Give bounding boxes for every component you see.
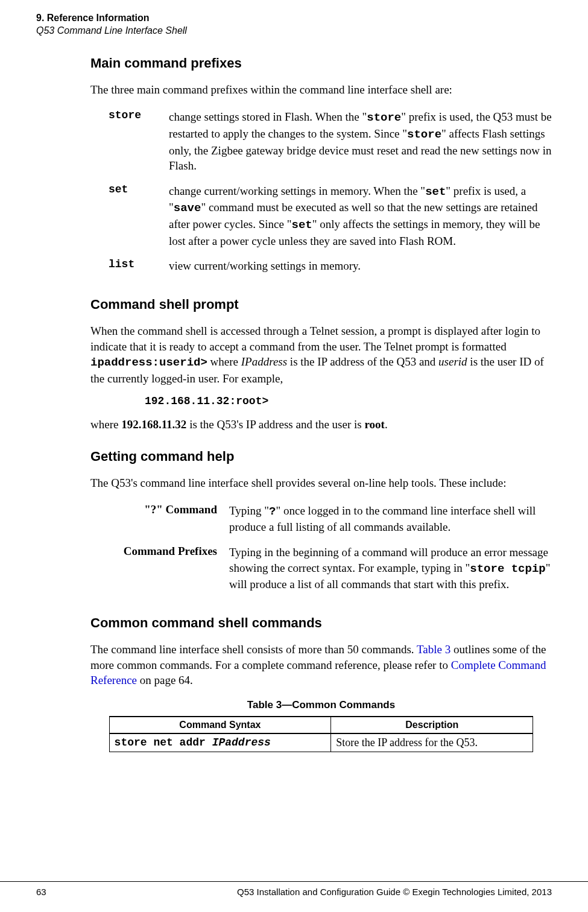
definition-list-prefixes: store change settings stored in Flash. W… <box>90 106 552 280</box>
heading-main-prefixes: Main command prefixes <box>90 55 552 71</box>
paragraph: When the command shell is accessed throu… <box>90 323 552 387</box>
def-row-list: list view current/working settings in me… <box>90 255 552 280</box>
def-term: set <box>90 180 169 255</box>
running-header: 9. Reference Information Q53 Command Lin… <box>36 12 552 37</box>
table-header-row: Command Syntax Description <box>109 717 533 733</box>
chapter-title: 9. Reference Information <box>36 12 552 25</box>
text: is the IP address of the Q53 and <box>287 355 438 368</box>
def-desc: change settings stored in Flash. When th… <box>169 106 552 180</box>
table-cell-syntax: store net addr IPaddress <box>109 733 331 752</box>
text: Typing " <box>229 504 269 517</box>
help-term: Command Prefixes <box>90 541 223 598</box>
text: where <box>90 418 121 431</box>
help-desc: Typing "?" once logged in to the command… <box>223 499 552 541</box>
paragraph: The command line interface shell consist… <box>90 642 552 688</box>
def-term: list <box>90 255 169 280</box>
paragraph: where 192.168.11.32 is the Q53's IP addr… <box>90 417 552 432</box>
code-inline: store <box>367 111 401 124</box>
bold-text: root <box>364 418 384 431</box>
table-header-syntax: Command Syntax <box>109 717 331 733</box>
def-desc: view current/working settings in memory. <box>169 255 552 280</box>
text: When the command shell is accessed throu… <box>90 325 540 353</box>
page: 9. Reference Information Q53 Command Lin… <box>0 0 588 912</box>
footer-text: Q53 Installation and Configuration Guide… <box>237 887 552 897</box>
text: is the Q53's IP address and the user is <box>186 418 364 431</box>
text: change settings stored in Flash. When th… <box>169 110 367 123</box>
code-inline: ? <box>269 505 276 518</box>
chapter-subtitle: Q53 Command Line Interface Shell <box>36 25 552 37</box>
def-row-set: set change current/working settings in m… <box>90 180 552 255</box>
code-inline: store tcpip <box>470 562 545 575</box>
def-term: store <box>90 106 169 180</box>
page-footer: 63 Q53 Installation and Configuration Gu… <box>0 881 588 897</box>
table-header-desc: Description <box>331 717 533 733</box>
cmd-text: store net addr <box>115 736 212 749</box>
prompt-example: 192.168.11.32:root> <box>145 395 552 407</box>
heading-common-commands: Common command shell commands <box>90 615 552 631</box>
code-inline: store <box>407 128 441 141</box>
italic-text: IPaddress <box>241 355 287 368</box>
code-inline: ipaddress:userid> <box>90 356 207 369</box>
italic-text: userid <box>438 355 467 368</box>
text: The command line interface shell consist… <box>90 643 417 656</box>
code-inline: save <box>174 201 201 215</box>
text: change current/working settings in memor… <box>169 185 425 197</box>
bold-text: 192.168.11.32 <box>121 418 186 431</box>
text: . <box>385 418 388 431</box>
def-desc: change current/working settings in memor… <box>169 180 552 255</box>
help-row-question: "?" Command Typing "?" once logged in to… <box>90 499 552 541</box>
content-area: Main command prefixes The three main com… <box>90 55 552 752</box>
table-row: store net addr IPaddress Store the IP ad… <box>109 733 533 752</box>
def-row-store: store change settings stored in Flash. W… <box>90 106 552 180</box>
help-row-prefixes: Command Prefixes Typing in the beginning… <box>90 541 552 598</box>
paragraph: The three main command prefixes within t… <box>90 82 552 98</box>
table-caption: Table 3—Common Commands <box>90 699 552 711</box>
text: where <box>207 355 241 368</box>
help-desc: Typing in the beginning of a command wil… <box>223 541 552 598</box>
text: " once logged in to the command line int… <box>229 504 536 534</box>
cmd-param: IPaddress <box>212 736 271 749</box>
definition-list-help: "?" Command Typing "?" once logged in to… <box>90 499 552 598</box>
paragraph: The Q53's command line interface shell p… <box>90 475 552 491</box>
table-cell-desc: Store the IP address for the Q53. <box>331 733 533 752</box>
code-inline: set <box>291 218 312 232</box>
help-term: "?" Command <box>90 499 223 541</box>
heading-shell-prompt: Command shell prompt <box>90 297 552 312</box>
heading-getting-help: Getting command help <box>90 449 552 464</box>
text: on page 64. <box>137 674 193 686</box>
cross-ref-link[interactable]: Table 3 <box>417 643 450 656</box>
common-commands-table: Command Syntax Description store net add… <box>109 716 534 752</box>
code-inline: set <box>425 185 446 198</box>
page-number: 63 <box>36 887 46 897</box>
